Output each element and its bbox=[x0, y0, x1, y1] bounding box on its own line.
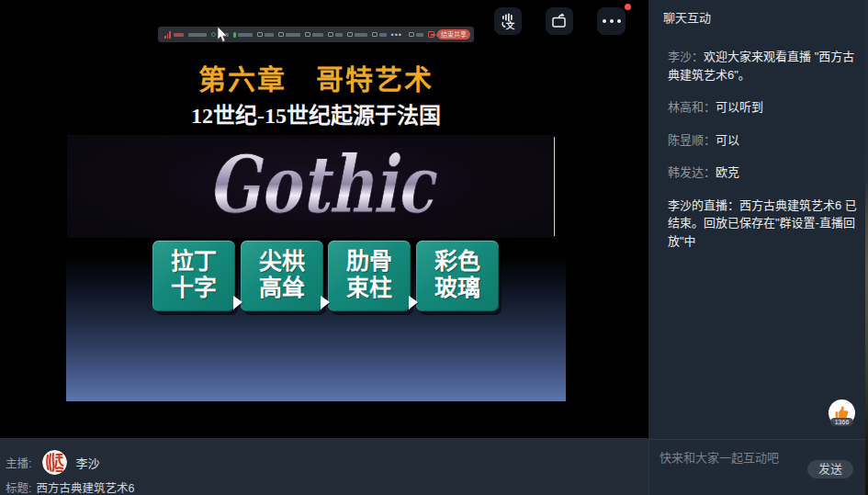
svg-text:Gothic: Gothic bbox=[208, 138, 437, 231]
like-count-badge: 1366 bbox=[830, 418, 853, 426]
meeting-duration-text bbox=[188, 33, 207, 37]
flow-box-latin-cross: 拉丁 十字 bbox=[152, 241, 235, 311]
host-label: 主播: bbox=[6, 454, 31, 471]
chat-message-text: 可以听到 bbox=[716, 100, 763, 114]
like-button[interactable]: 1366 bbox=[829, 399, 856, 427]
chat-sender-name: 陈昱顺： bbox=[668, 133, 716, 147]
camera-icon[interactable] bbox=[257, 32, 274, 37]
chat-input[interactable]: 快来和大家一起互动吧 bbox=[659, 448, 779, 466]
host-info-bar: 主播: 李沙 标题: 西方古典建筑艺术6 bbox=[0, 438, 648, 495]
chat-sender-name: 韩发达： bbox=[668, 165, 716, 179]
apps-icon[interactable] bbox=[372, 32, 387, 37]
host-avatar[interactable] bbox=[42, 450, 67, 475]
end-share-button[interactable]: 结束共享 bbox=[437, 29, 470, 39]
stream-title-label: 标题: bbox=[6, 478, 31, 495]
slide-chapter-title: 第六章 哥特艺术 bbox=[66, 64, 566, 95]
flow-box-rib-vault: 肋骨 束柱 bbox=[328, 241, 411, 311]
signal-icon bbox=[164, 31, 184, 39]
send-button[interactable]: 发送 bbox=[807, 460, 853, 478]
chat-message: 韩发达：欧克 bbox=[668, 163, 859, 182]
live-stream-window: 第六章 哥特艺术 12世纪-15世纪起源于法国 Gothi bbox=[0, 0, 868, 495]
chat-input-area: 快来和大家一起互动吧 发送 bbox=[648, 439, 865, 495]
mic-icon[interactable] bbox=[233, 32, 253, 38]
setting-icon[interactable] bbox=[409, 32, 423, 37]
flow-box-line: 束柱 bbox=[328, 275, 411, 301]
notification-dot bbox=[625, 4, 631, 10]
flow-box-line: 肋骨 bbox=[328, 248, 411, 275]
slide-subtitle: 12世纪-15世纪起源于法国 bbox=[66, 104, 566, 129]
flow-box-line: 彩色 bbox=[416, 248, 499, 275]
chat-message-list: 李沙：欢迎大家来观看直播 "西方古典建筑艺术6"。 林高和：可以听到 陈昱顺：可… bbox=[668, 48, 859, 264]
docs-icon[interactable] bbox=[347, 32, 367, 37]
flow-box-stained-glass: 彩色 玻璃 bbox=[416, 241, 499, 311]
chat-icon[interactable] bbox=[328, 32, 343, 37]
mouse-cursor bbox=[217, 27, 229, 43]
svg-text:文: 文 bbox=[505, 20, 515, 30]
banner-right-edge bbox=[554, 137, 555, 236]
flow-box-line: 玻璃 bbox=[416, 275, 499, 301]
flow-box-line: 高耸 bbox=[241, 275, 323, 301]
flow-arrow-icon bbox=[409, 296, 418, 309]
flow-box-pointed-arch: 尖栱 高耸 bbox=[241, 241, 323, 311]
stream-title-value: 西方古典建筑艺术6 bbox=[36, 478, 134, 495]
voice-to-text-icon: 文 bbox=[499, 12, 517, 30]
chat-sender-name: 林高和： bbox=[668, 100, 716, 114]
rotate-screen-button[interactable] bbox=[546, 7, 573, 35]
chat-system-message: 李沙的直播：西方古典建筑艺术6 已结束。回放已保存在"群设置-直播回放"中 bbox=[668, 197, 859, 251]
chat-sender-name: 李沙的直播： bbox=[668, 198, 739, 212]
share-icon[interactable] bbox=[278, 32, 300, 37]
flow-box-line: 十字 bbox=[152, 275, 235, 301]
more-icon bbox=[601, 19, 623, 23]
caption-translate-button[interactable]: 文 bbox=[494, 7, 522, 35]
chat-message-text: 欧克 bbox=[716, 165, 739, 179]
chat-sender-name: 李沙： bbox=[668, 50, 704, 63]
chat-message-text: 可以 bbox=[716, 133, 739, 147]
chat-message: 陈昱顺：可以 bbox=[668, 131, 859, 150]
chat-message: 李沙：欢迎大家来观看直播 "西方古典建筑艺术6"。 bbox=[668, 48, 859, 84]
gothic-banner-image: Gothic bbox=[67, 135, 555, 238]
chat-panel-title: 聊天互动 bbox=[663, 8, 711, 26]
flow-arrow-icon bbox=[321, 296, 330, 309]
host-name: 李沙 bbox=[75, 454, 99, 471]
more-options-button[interactable] bbox=[597, 7, 626, 35]
video-area: 第六章 哥特艺术 12世纪-15世纪起源于法国 Gothi bbox=[0, 0, 648, 438]
gothic-word-art: Gothic bbox=[67, 135, 555, 238]
members-icon[interactable] bbox=[305, 32, 323, 37]
captured-meeting-toolbar: ••• 结束共享 bbox=[158, 27, 474, 42]
flow-box-line: 拉丁 bbox=[152, 248, 235, 275]
toolbar-more-icon[interactable]: ••• bbox=[391, 32, 404, 38]
flow-arrow-icon bbox=[233, 296, 242, 309]
chat-message: 林高和：可以听到 bbox=[668, 98, 859, 117]
shared-slide: 第六章 哥特艺术 12世纪-15世纪起源于法国 Gothi bbox=[66, 28, 566, 401]
rotate-screen-icon bbox=[550, 12, 569, 30]
flow-box-line: 尖栱 bbox=[241, 248, 323, 275]
